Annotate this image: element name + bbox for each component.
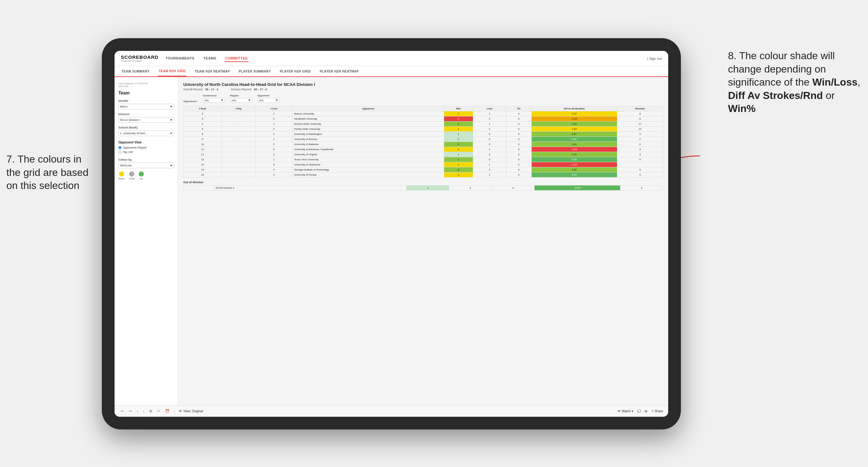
col-tie: Tie	[506, 106, 531, 111]
region-select[interactable]: (All)	[230, 98, 252, 103]
undo-button[interactable]: ↩	[120, 408, 125, 414]
cell-opponent: Texas Tech University	[292, 157, 444, 162]
view-original[interactable]: 👁 View: Original	[179, 409, 203, 413]
subnav-team-h2h-grid[interactable]: TEAM H2H GRID	[158, 66, 186, 76]
legend-level: Level	[128, 172, 134, 180]
cell-tie: 0	[506, 162, 531, 167]
cut-button[interactable]: ✂	[156, 408, 161, 414]
opponent-view-label: Opponent View	[118, 141, 174, 144]
sidebar-division-label: Division	[118, 113, 174, 116]
cell-tie: 0	[506, 127, 531, 132]
subnav-player-summary[interactable]: PLAYER SUMMARY	[238, 66, 271, 76]
division-select[interactable]: NCAA Division I	[118, 117, 174, 123]
clock-button[interactable]: ⏰	[164, 408, 171, 414]
forward-button[interactable]: ›	[142, 409, 146, 414]
annotation-right: 8. The colour shade will change dependin…	[728, 49, 862, 116]
cell-tie: 0	[506, 122, 531, 127]
cell-tie: 0	[506, 173, 531, 178]
annotation-left: 7. The colours in the grid are based on …	[6, 153, 95, 192]
radio-opponents-played[interactable]: Opponents Played	[118, 146, 174, 149]
subnav-player-h2h-heatmap[interactable]: PLAYER H2H HEATMAP	[319, 66, 360, 76]
conference-select[interactable]: (All)	[203, 98, 225, 103]
view-label: View: Original	[183, 409, 203, 413]
cell-reg: -	[222, 122, 255, 127]
share-button[interactable]: ↗ Share	[651, 409, 663, 413]
sidebar-gender-label: Gender	[118, 99, 174, 102]
cell-tie: 0	[506, 157, 531, 162]
cell-reg: -	[222, 111, 255, 117]
watch-button[interactable]: 👁 Watch ▾	[618, 409, 633, 413]
cell-opponent: University of Virginia	[292, 152, 444, 157]
tablet-screen: SCOREBOARD Powered by clippd TOURNAMENTS…	[115, 51, 668, 417]
layout-button[interactable]: ⊞	[645, 409, 647, 413]
opponent-view-options: Opponents Played Top 100	[118, 146, 174, 154]
cell-reg	[222, 173, 255, 178]
app-nav: TOURNAMENTS TEAMS COMMITTEE	[165, 55, 248, 62]
colour-by-label: Colour by	[118, 158, 174, 161]
annotation-bold-winpct: Win%	[728, 103, 756, 114]
col-rounds: Rounds	[617, 106, 663, 111]
cell-opponent: University of Oklahoma	[292, 162, 444, 167]
view-icon: 👁	[179, 409, 182, 413]
nav-teams[interactable]: TEAMS	[203, 55, 217, 62]
cell-opponent: Auburn University	[292, 111, 444, 117]
cell-conf: 6	[255, 162, 292, 167]
subnav-player-h2h-grid[interactable]: PLAYER H2H GRID	[279, 66, 311, 76]
grid-content: University of North Carolina Head-to-Hea…	[178, 77, 668, 405]
back-button[interactable]: ‹	[135, 409, 140, 414]
cell-reg: -	[222, 137, 255, 142]
cell-loss: 0	[473, 132, 506, 137]
cell-conf: 2	[255, 127, 292, 132]
cell-rounds: 17	[617, 122, 663, 127]
out-of-division-table: NCAA Division II 1 0 0 26.00 3	[183, 185, 663, 191]
cell-diff: 3.67	[531, 132, 617, 137]
cell-opponent: University of Alabama	[292, 142, 444, 147]
cell-rounds: 8	[617, 142, 663, 147]
cell-opponent: University of Florida	[292, 173, 444, 178]
nav-committee[interactable]: COMMITTEE	[225, 55, 248, 62]
cell-rounds: 9	[617, 167, 663, 173]
main-content: Last Updated: 27/03/2024 16:55:38 Team G…	[115, 77, 668, 405]
cell-rounds	[617, 162, 663, 167]
cell-conf: 2	[255, 173, 292, 178]
cell-win: 2	[444, 111, 473, 117]
cell-diff: 2.33	[531, 152, 617, 157]
cell-conf: 1	[255, 157, 292, 162]
cell-diff: -2.29	[531, 117, 617, 122]
cell-loss: 1	[473, 111, 506, 117]
legend-down: Down	[118, 172, 125, 180]
school-select[interactable]: 1. University of Nort...	[118, 130, 174, 136]
cell-rounds: 9	[617, 173, 663, 178]
cell-win: 3	[444, 142, 473, 147]
table-row: 6 2 Florida State University 4 2 0 1.83 …	[184, 127, 663, 132]
cell-diff: 1.83	[531, 127, 617, 132]
cell-opponent: University of Arkansas, Fayetteville	[292, 147, 444, 152]
nav-tournaments[interactable]: TOURNAMENTS	[165, 55, 195, 62]
colour-by-select[interactable]: Win/Loss	[118, 162, 174, 168]
cell-reg	[222, 167, 255, 173]
table-row: 13 - 1 Texas Tech University 3 0 0 5.56 …	[184, 157, 663, 162]
cell-reg	[222, 117, 255, 122]
copy-button[interactable]: ⊞	[148, 408, 153, 414]
cell-conf: 1	[255, 137, 292, 142]
redo-button[interactable]: ↪	[128, 408, 133, 414]
subnav-team-summary[interactable]: TEAM SUMMARY	[121, 66, 150, 76]
cell-rank: 3	[184, 117, 222, 122]
cell-conf: 1	[255, 122, 292, 127]
cell-rank: 13	[184, 157, 222, 162]
app-header: SCOREBOARD Powered by clippd TOURNAMENTS…	[115, 51, 668, 66]
cell-opponent: University of Arizona	[292, 137, 444, 142]
subnav-team-h2h-heatmap[interactable]: TEAM H2H HEATMAP	[194, 66, 231, 76]
radio-top100[interactable]: Top 100	[118, 151, 174, 154]
sign-out-button[interactable]: | Sign out	[647, 57, 662, 60]
comment-button[interactable]: 💬	[637, 409, 641, 413]
cell-reg	[222, 152, 255, 157]
cell-rank: 14	[184, 162, 222, 167]
cell-loss: 4	[473, 117, 506, 122]
legend-level-dot	[129, 172, 134, 177]
opponent-select[interactable]: (All)	[257, 98, 280, 103]
cell-win: 4	[444, 127, 473, 132]
tablet-frame: SCOREBOARD Powered by clippd TOURNAMENTS…	[102, 38, 681, 430]
gender-select[interactable]: Men's	[118, 104, 174, 110]
overall-record: Overall Record: 89 - 17 - 0	[183, 88, 218, 91]
